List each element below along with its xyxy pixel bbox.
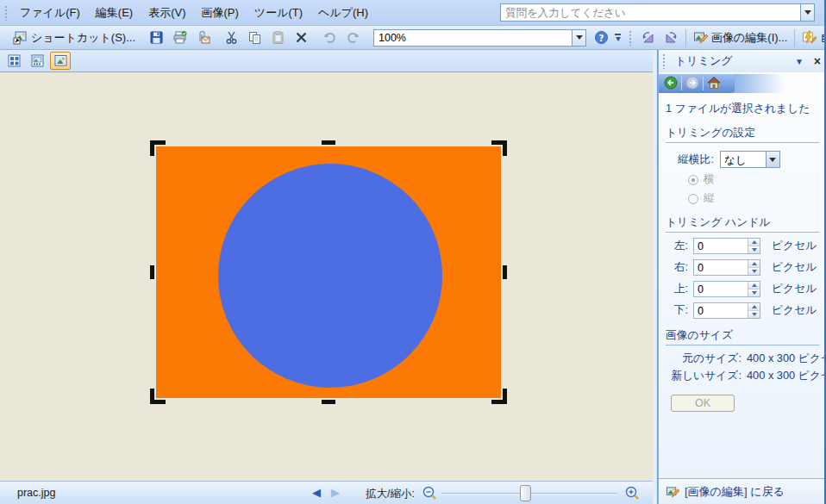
ok-button[interactable]: OK (671, 395, 735, 412)
spin-down-button[interactable] (748, 268, 760, 275)
crop-bottom-value[interactable]: 0 (694, 303, 748, 318)
crop-bottom-spin-buttons (748, 303, 760, 318)
zoom-slider-thumb[interactable] (520, 485, 531, 501)
zoom-in-icon (624, 485, 640, 501)
spin-down-button[interactable] (748, 246, 760, 253)
zoom-out-icon (422, 485, 437, 501)
rotate-left-button[interactable] (636, 28, 660, 47)
previous-picture-button[interactable]: ◀ (312, 486, 321, 499)
task-pane-grip[interactable] (662, 53, 666, 69)
crop-top-unit: ピクセル (772, 282, 817, 296)
crop-settings-section-title: トリミングの設定 (666, 126, 819, 143)
thumbnail-view-button[interactable] (3, 52, 24, 70)
chevron-down-icon (804, 10, 811, 15)
zoom-in-button[interactable] (624, 485, 640, 503)
crop-handle-left[interactable] (150, 265, 154, 279)
task-pane-body: 1 ファイルが選択されました トリミングの設定 縦横比: なし 横 (659, 102, 826, 412)
menu-picture[interactable]: 画像(P) (194, 2, 247, 24)
menu-edit[interactable]: 編集(E) (88, 2, 141, 24)
picture-canvas (0, 72, 653, 481)
filmstrip-view-button[interactable] (27, 52, 47, 70)
rotate-right-button[interactable] (660, 28, 683, 47)
picture-size-section-title: 画像のサイズ (666, 328, 819, 345)
rotate-right-icon (664, 30, 679, 45)
back-button[interactable] (664, 76, 678, 92)
menu-tools[interactable]: ツール(T) (247, 2, 310, 24)
help-button[interactable]: ? (590, 28, 613, 47)
crop-handle-bottom[interactable] (322, 400, 335, 404)
zoom-value[interactable]: 100% (373, 29, 572, 47)
next-picture-button[interactable]: ▶ (331, 486, 340, 499)
crop-handle-top-right[interactable] (491, 140, 507, 156)
home-button[interactable] (707, 76, 721, 92)
portrait-radio[interactable] (688, 194, 698, 204)
zoom-dropdown-button[interactable] (572, 29, 586, 47)
landscape-radio[interactable] (688, 175, 698, 185)
spin-up-button[interactable] (748, 260, 760, 268)
aspect-ratio-select[interactable]: なし (720, 151, 780, 168)
task-pane-menu-button[interactable]: ▼ (795, 57, 804, 66)
chevron-up-icon (752, 283, 757, 287)
edit-pictures-icon (693, 30, 708, 45)
crop-handle-bottom-left[interactable] (150, 389, 166, 404)
menu-file[interactable]: ファイル(F) (12, 2, 88, 24)
edit-pictures-button[interactable]: 画像の編集(I)... (689, 28, 792, 48)
task-pane-close-button[interactable]: × (814, 54, 821, 68)
chevron-up-icon (752, 240, 757, 244)
copy-button[interactable] (243, 28, 266, 47)
spin-down-button[interactable] (748, 311, 760, 318)
picture-image[interactable] (156, 146, 501, 398)
forward-button[interactable] (685, 76, 699, 92)
crop-handle-top[interactable] (322, 140, 335, 145)
crop-right-spinner[interactable]: 0 (693, 259, 760, 276)
spin-up-button[interactable] (748, 303, 760, 311)
undo-button[interactable] (318, 28, 341, 47)
redo-button[interactable] (341, 28, 365, 47)
help-question-input[interactable] (500, 3, 800, 22)
crop-top-spinner[interactable]: 0 (693, 281, 760, 297)
single-view-button[interactable] (50, 52, 71, 70)
crop-right-value[interactable]: 0 (694, 260, 748, 275)
chevron-down-icon (752, 313, 757, 316)
menu-help[interactable]: ヘルプ(H) (310, 2, 376, 24)
help-icon: ? (594, 30, 609, 45)
crop-handle-top-left[interactable] (150, 140, 166, 156)
view-toolbar (0, 50, 653, 72)
cut-button[interactable] (220, 28, 243, 47)
thumbnail-view-icon (7, 53, 22, 68)
aspect-ratio-value: なし (721, 152, 766, 167)
menu-bar: ファイル(F) 編集(E) 表示(V) 画像(P) ツール(T) ヘルプ(H) (0, 0, 826, 26)
autocorrect-button[interactable]: 自動修正(A) (798, 28, 826, 48)
crop-handle-bottom-right[interactable] (491, 389, 507, 404)
navbar-fade (733, 74, 785, 93)
spin-down-button[interactable] (748, 289, 760, 296)
delete-button[interactable] (290, 28, 313, 47)
shortcut-button[interactable]: ショートカット(S)... (9, 28, 140, 48)
chevron-down-icon (752, 248, 757, 252)
aspect-ratio-dropdown-button[interactable] (766, 152, 779, 167)
crop-handle-right[interactable] (503, 265, 507, 279)
crop-top-spin-buttons (748, 282, 760, 296)
copy-icon (247, 30, 262, 45)
save-button[interactable] (145, 28, 168, 47)
landscape-radio-label: 横 (704, 172, 715, 187)
menubar-grip[interactable] (4, 5, 8, 21)
back-to-edit-pictures-link[interactable]: [画像の編集] に戻る (685, 484, 785, 500)
spin-up-button[interactable] (748, 282, 760, 289)
spin-up-button[interactable] (748, 239, 760, 246)
crop-left-spinner[interactable]: 0 (693, 238, 760, 254)
crop-top-row: 上: 0 ピクセル (666, 281, 819, 297)
paste-button[interactable] (266, 28, 290, 47)
print-button[interactable] (168, 28, 191, 47)
zoom-out-button[interactable] (422, 485, 437, 503)
crop-bottom-spinner[interactable]: 0 (693, 302, 760, 319)
menu-view[interactable]: 表示(V) (141, 2, 193, 24)
crop-bottom-row: 下: 0 ピクセル (666, 302, 819, 319)
toolbar-grip[interactable] (629, 30, 632, 46)
crop-top-value[interactable]: 0 (694, 282, 748, 296)
crop-left-value[interactable]: 0 (694, 239, 748, 253)
mail-button[interactable] (191, 28, 215, 47)
toolbar-separator (794, 29, 795, 47)
help-question-dropdown-button[interactable] (800, 3, 815, 22)
toolbar-options-button[interactable] (615, 28, 621, 47)
